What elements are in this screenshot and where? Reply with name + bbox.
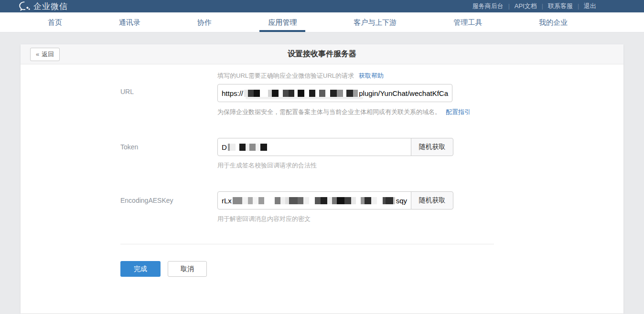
separator: | (508, 3, 510, 10)
wework-logo-icon (19, 1, 31, 11)
token-redacted-value (228, 144, 272, 151)
token-input-group: D 随机获取 (217, 138, 453, 156)
form-actions: 完成 取消 (120, 261, 623, 277)
url-security-note: 为保障企业数据安全，需配置备案主体与当前企业主体相同或有关联关系的域名。配置指引 (217, 108, 471, 116)
separator: | (542, 3, 543, 10)
logo-text: 企业微信 (33, 1, 68, 12)
cancel-button[interactable]: 取消 (168, 261, 207, 277)
page-title: 设置接收事件服务器 (21, 49, 623, 59)
nav-tab-app-management[interactable]: 应用管理 (268, 12, 297, 32)
token-random-generate-button[interactable]: 随机获取 (411, 138, 453, 156)
nav-tab-management-tools[interactable]: 管理工具 (453, 12, 482, 32)
aeskey-random-generate-button[interactable]: 随机获取 (411, 191, 453, 209)
nav-tab-contacts[interactable]: 通讯录 (119, 12, 140, 32)
server-settings-form: URL 填写的URL需要正确响应企业微信验证URL的请求获取帮助 https:/… (21, 64, 623, 277)
nav-tab-home[interactable]: 首页 (48, 12, 62, 32)
topbar: 企业微信 服务商后台 | API文档 | 联系客服 | 退出 (0, 0, 644, 12)
card-header: « 返回 设置接收事件服务器 (21, 44, 623, 64)
brand[interactable]: 企业微信 (19, 1, 68, 12)
form-divider (120, 244, 494, 244)
token-field-column: D 随机获取 用于生成签名校验回调请求的合法性 (217, 138, 453, 170)
get-help-link[interactable]: 获取帮助 (359, 72, 384, 79)
url-field-column: 填写的URL需要正确响应企业微信验证URL的请求获取帮助 https://plu… (217, 72, 471, 116)
token-row: Token D 随机获取 用于生成签名校验回调请求的合法性 (120, 138, 623, 170)
url-redacted-value (244, 90, 358, 97)
url-value-suffix: plugin/YunChat/wechatKfCa (359, 89, 448, 97)
url-hint: 填写的URL需要正确响应企业微信验证URL的请求获取帮助 (217, 72, 471, 80)
nav-tab-collaboration[interactable]: 协作 (197, 12, 212, 32)
topbar-link-logout[interactable]: 退出 (584, 2, 596, 10)
aeskey-hint: 用于解密回调消息内容对应的密文 (217, 215, 453, 223)
topbar-link-provider-console[interactable]: 服务商后台 (472, 2, 504, 10)
topbar-link-contact-support[interactable]: 联系客服 (548, 2, 573, 10)
aeskey-value-prefix: rLx (222, 197, 232, 205)
aeskey-input-group: rLxsqy 随机获取 (217, 191, 453, 209)
topbar-links: 服务商后台 | API文档 | 联系客服 | 退出 (472, 2, 596, 10)
submit-button[interactable]: 完成 (120, 261, 161, 277)
aeskey-input[interactable]: rLxsqy (217, 191, 411, 209)
url-input[interactable]: https://plugin/YunChat/wechatKfCa (217, 84, 452, 102)
aeskey-redacted-value (233, 197, 395, 204)
token-input[interactable]: D (217, 138, 411, 156)
settings-card: « 返回 设置接收事件服务器 URL 填写的URL需要正确响应企业微信验证URL… (21, 44, 623, 314)
topbar-link-api-docs[interactable]: API文档 (515, 2, 537, 10)
url-redacted-underbar (246, 97, 363, 99)
token-label: Token (120, 138, 217, 170)
nav-tab-customers-upstream[interactable]: 客户与上下游 (354, 12, 397, 32)
aeskey-value-suffix: sqy (396, 197, 407, 205)
back-button[interactable]: « 返回 (30, 48, 60, 61)
url-row: URL 填写的URL需要正确响应企业微信验证URL的请求获取帮助 https:/… (120, 72, 623, 116)
url-value-prefix: https:// (222, 89, 243, 97)
token-value-prefix: D (222, 143, 227, 151)
config-guide-link[interactable]: 配置指引 (446, 108, 471, 115)
separator: | (578, 3, 579, 10)
aeskey-row: EncodingAESKey rLxsqy 随机获取 用于解密回调消息内容对应的… (120, 191, 623, 223)
nav-tab-my-company[interactable]: 我的企业 (539, 12, 568, 32)
aeskey-label: EncodingAESKey (120, 191, 217, 223)
back-chevron-icon: « (36, 51, 39, 58)
back-button-label: 返回 (42, 50, 54, 59)
url-label: URL (120, 72, 217, 116)
aeskey-field-column: rLxsqy 随机获取 用于解密回调消息内容对应的密文 (217, 191, 453, 223)
main-nav: 首页 通讯录 协作 应用管理 客户与上下游 管理工具 我的企业 (0, 12, 644, 32)
token-hint: 用于生成签名校验回调请求的合法性 (217, 161, 453, 170)
